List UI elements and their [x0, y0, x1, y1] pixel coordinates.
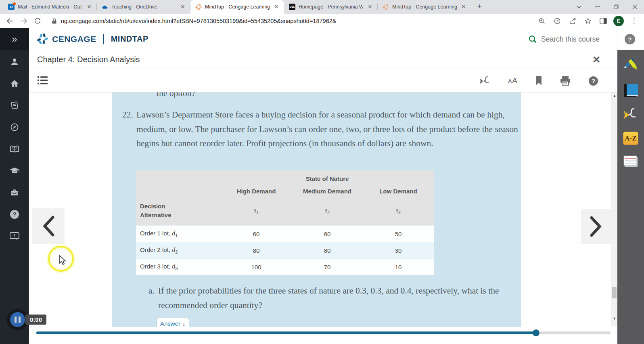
open-book-icon[interactable]: [9, 144, 20, 154]
answer-expand-icon: ↓: [182, 320, 186, 327]
text-size-button[interactable]: AA: [508, 76, 518, 85]
forward-icon[interactable]: [18, 15, 30, 27]
content-scrollbar[interactable]: ▲ ▼: [611, 92, 617, 326]
search-icon: [528, 35, 537, 44]
row-header: Decision Alternative: [136, 202, 221, 220]
tab-mindtap-2[interactable]: MindTap - Cengage Learning ✕: [378, 0, 471, 14]
profile-avatar[interactable]: E: [613, 16, 624, 26]
restore-icon[interactable]: [607, 0, 625, 14]
svg-text:?: ?: [13, 211, 17, 218]
notebook-icon[interactable]: [9, 100, 20, 111]
ebook-icon[interactable]: [623, 83, 639, 98]
tab-outlook[interactable]: o Mail - Edmund Matecki - Outloo ✕: [3, 0, 97, 14]
tab-title: Mail - Edmund Matecki - Outloo: [18, 4, 82, 10]
screen: o Mail - Edmund Matecki - Outloo ✕ Teach…: [0, 0, 644, 344]
browser-tab-strip: o Mail - Edmund Matecki - Outloo ✕ Teach…: [0, 0, 644, 14]
cengage-spark-icon: [37, 34, 48, 45]
side-panel-icon[interactable]: [597, 15, 609, 27]
briefcase-icon[interactable]: [9, 187, 20, 198]
scroll-down-icon[interactable]: ▼: [613, 317, 617, 321]
state-var-1: s1: [221, 207, 292, 215]
reader-content-area: the option? 22. Lawson’s Department Stor…: [29, 92, 617, 327]
question-part-a: a. If the prior probabilities for the th…: [148, 284, 521, 313]
graduation-cap-icon[interactable]: [9, 166, 20, 176]
search-input[interactable]: [541, 35, 608, 44]
col-header-low: Low Demand: [363, 183, 434, 199]
tab-close-icon[interactable]: ✕: [273, 3, 280, 10]
zoom-icon[interactable]: [536, 15, 548, 27]
tab-mindtap-active[interactable]: MindTap - Cengage Learning ✕: [190, 0, 284, 14]
toolbar-extensions: E ⋮: [535, 15, 641, 27]
svg-text:?: ?: [592, 78, 595, 84]
compass-icon[interactable]: [9, 122, 20, 132]
print-icon[interactable]: [560, 76, 571, 86]
tab-d2l[interactable]: D2L Homepage - Pennsylvania Weste ✕: [284, 0, 378, 14]
tab-title: Homepage - Pennsylvania Weste: [299, 4, 363, 10]
share-icon[interactable]: [567, 15, 579, 27]
help-icon[interactable]: ?: [9, 209, 20, 220]
course-search[interactable]: [528, 28, 608, 50]
dictionary-label: A-Z: [625, 134, 636, 143]
scroll-up-icon[interactable]: ▲: [613, 94, 617, 98]
tab-title: Teaching - OneDrive: [111, 4, 176, 10]
mindtap-header: CENGAGE MINDTAP ?: [29, 28, 644, 50]
reload-icon[interactable]: [31, 15, 44, 27]
tab-close-icon[interactable]: ✕: [86, 3, 93, 10]
part-label: a.: [148, 284, 155, 298]
window-controls: [570, 0, 644, 14]
onedrive-icon: [102, 4, 108, 10]
highlighter-pencil-icon[interactable]: [622, 57, 639, 73]
scrollbar-thumb[interactable]: [612, 287, 617, 298]
pause-button[interactable]: [7, 309, 28, 330]
feedback-icon[interactable]: !: [9, 231, 20, 241]
notecards-icon[interactable]: [623, 155, 639, 168]
progress-fill: [36, 331, 536, 334]
minimize-icon[interactable]: [588, 0, 607, 14]
browser-toolbar: ng.cengage.com/static/nb/ui/evo/index.ht…: [0, 14, 644, 28]
problem-text: Lawson’s Department Store faces a buying…: [136, 108, 520, 151]
toolbar-help-icon[interactable]: ?: [588, 76, 599, 86]
address-bar[interactable]: ng.cengage.com/static/nb/ui/evo/index.ht…: [47, 15, 533, 27]
chapter-bar: Chapter 4: Decision Analysis ✕: [29, 50, 617, 69]
previous-page-button[interactable]: [32, 208, 65, 244]
dictionary-icon[interactable]: A-Z: [623, 132, 638, 145]
bookmark-icon[interactable]: [535, 76, 543, 86]
close-reading-icon[interactable]: ✕: [592, 54, 600, 65]
close-window-icon[interactable]: [625, 0, 644, 14]
readspeaker-icon[interactable]: [479, 75, 491, 86]
bookmark-star-icon[interactable]: [582, 15, 594, 27]
progress-slider[interactable]: [36, 331, 611, 334]
readspeaker-icon[interactable]: [623, 107, 639, 122]
new-tab-button[interactable]: +: [474, 1, 485, 13]
problem-22: 22. Lawson’s Department Store faces a bu…: [122, 108, 520, 151]
browser-menu-icon[interactable]: ⋮: [628, 15, 640, 27]
home-icon[interactable]: [9, 78, 20, 89]
next-page-button[interactable]: [581, 209, 611, 244]
profile-icon[interactable]: [9, 57, 20, 67]
audio-player: 0:00: [7, 309, 46, 330]
progress-handle[interactable]: [533, 329, 539, 336]
tab-onedrive[interactable]: Teaching - OneDrive ✕: [97, 0, 190, 14]
svg-text:!: !: [14, 233, 15, 238]
reading-panel: the option? 22. Lawson’s Department Stor…: [112, 92, 521, 327]
table-row: Order 2 lot, d2 80 80 30: [136, 242, 434, 258]
tab-close-icon[interactable]: ✕: [179, 3, 186, 10]
app-help-icon[interactable]: ?: [625, 34, 635, 44]
cengage-mindtap-logo: CENGAGE MINDTAP: [37, 34, 148, 45]
expand-sidebar-icon[interactable]: »: [0, 28, 29, 50]
tab-title: MindTap - Cengage Learning: [392, 4, 457, 10]
part-text: If the prior probabilities for the three…: [158, 284, 521, 313]
table-of-contents-icon[interactable]: [37, 75, 48, 86]
tab-search-icon[interactable]: [570, 0, 588, 14]
tab-title: MindTap - Cengage Learning: [205, 4, 270, 10]
notification-dot: [13, 2, 16, 5]
time-badge: 0:00: [25, 315, 46, 325]
page-title: Chapter 4: Decision Analysis: [37, 55, 140, 64]
col-header-medium: Medium Demand: [292, 183, 363, 199]
back-icon[interactable]: [4, 15, 16, 27]
previous-question-tail: the option?: [157, 92, 195, 99]
tab-close-icon[interactable]: ✕: [460, 3, 467, 10]
performance-icon[interactable]: [551, 15, 563, 27]
answer-button[interactable]: Answer↓: [157, 318, 189, 327]
tab-close-icon[interactable]: ✕: [366, 3, 374, 10]
